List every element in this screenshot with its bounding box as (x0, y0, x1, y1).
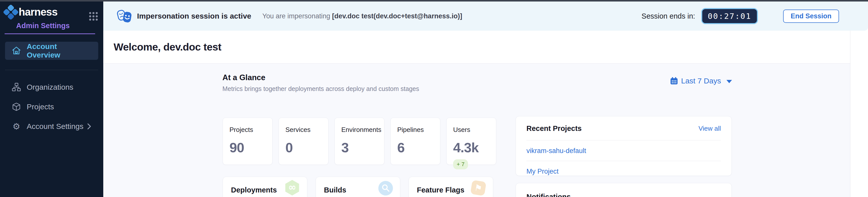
end-session-button[interactable]: End Session (783, 9, 839, 23)
view-all-link[interactable]: View all (699, 125, 721, 132)
metric-value: 90 (229, 140, 266, 155)
banner-subtitle-prefix: You are impersonating (262, 12, 330, 20)
session-timer: 00:27:01 (701, 8, 758, 24)
module-card-builds[interactable]: Builds (316, 176, 400, 197)
metric-card-services[interactable]: Services 0 (279, 118, 329, 165)
metric-card-users[interactable]: Users 4.3k + 7 (446, 118, 496, 165)
sidebar-item-label: Organizations (27, 83, 73, 91)
organizations-icon (11, 82, 21, 92)
harness-logo-text: harness (19, 5, 57, 18)
screen: harness Admin Settings Account Overview (0, 0, 868, 197)
home-icon (11, 46, 21, 55)
module-card-feature-flags[interactable]: Feature Flags ⚑ (408, 176, 493, 197)
metric-value: 4.3k (453, 140, 489, 155)
right-gutter (850, 31, 868, 197)
sidebar-item-account-settings[interactable]: ⚙ Account Settings (5, 119, 98, 134)
page-header: Welcome, dev.doc test (103, 31, 850, 64)
sidebar-divider (5, 70, 98, 70)
at-a-glance-header: At a Glance Metrics brings together depl… (222, 73, 419, 92)
sidebar-nav: Account Overview Organizations (0, 42, 103, 134)
metric-label: Pipelines (397, 126, 434, 134)
page-title: Welcome, dev.doc test (114, 41, 221, 53)
sidebar-item-label: Account Overview (27, 42, 92, 59)
date-range-label: Last 7 Days (681, 77, 721, 85)
gear-icon: ⚙ (11, 122, 21, 131)
banner-subtitle: You are impersonating [dev.doc test(dev.… (262, 12, 462, 20)
chevron-right-icon (87, 123, 92, 130)
module-card-deployments[interactable]: Deployments ∞ (223, 176, 307, 197)
sidebar-item-label: Projects (27, 103, 54, 111)
date-range-selector[interactable]: Last 7 Days (670, 77, 732, 85)
modules-row: Deployments ∞ Builds Feature Flags ⚑ (223, 176, 493, 197)
sidebar-item-account-overview[interactable]: Account Overview (5, 42, 98, 60)
admin-settings-underline (4, 33, 95, 34)
metrics-row: Projects 90 Services 0 Environments 3 Pi… (223, 118, 496, 165)
admin-settings-label: Admin Settings (16, 22, 103, 30)
calendar-icon (670, 77, 678, 85)
impersonated-user: [dev.doc test(dev.doc+test@harness.io)] (332, 12, 462, 20)
notifications-title: Notifications (526, 193, 721, 197)
recent-project-link[interactable]: vikram-sahu-default (526, 141, 721, 161)
users-delta-badge: + 7 (453, 159, 468, 169)
metric-label: Users (453, 126, 489, 134)
session-ends-label: Session ends in: (642, 12, 695, 21)
harness-logo-icon (2, 4, 19, 21)
caret-down-icon (726, 80, 732, 83)
projects-icon (11, 102, 21, 112)
metric-label: Projects (229, 126, 266, 134)
recent-project-link[interactable]: My Project (526, 161, 721, 182)
sidebar: harness Admin Settings Account Overview (0, 1, 103, 197)
metric-label: Environments (341, 126, 378, 134)
sidebar-item-projects[interactable]: Projects (5, 99, 98, 114)
recent-projects-panel: Recent Projects View all vikram-sahu-def… (516, 116, 732, 176)
sidebar-item-organizations[interactable]: Organizations (5, 80, 98, 95)
at-a-glance-subtitle: Metrics brings together deployments acro… (222, 85, 419, 92)
sidebar-logo-row: harness (0, 1, 103, 21)
metric-card-projects[interactable]: Projects 90 (223, 118, 273, 165)
main-content: At a Glance Metrics brings together depl… (103, 64, 850, 197)
masks-icon (116, 9, 133, 23)
at-a-glance-title: At a Glance (222, 73, 419, 82)
metric-card-environments[interactable]: Environments 3 (335, 118, 384, 165)
feature-flag-icon: ⚑ (470, 180, 486, 196)
sidebar-item-label: Account Settings (27, 122, 83, 131)
module-grid-icon[interactable] (89, 12, 98, 21)
recent-projects-title: Recent Projects (526, 124, 582, 133)
impersonation-banner: Impersonation session is active You are … (103, 1, 868, 31)
metric-label: Services (285, 126, 322, 134)
notifications-panel: Notifications (516, 183, 732, 197)
banner-title: Impersonation session is active (137, 12, 251, 21)
builds-magnifier-icon (378, 181, 393, 196)
metric-value: 0 (285, 140, 322, 155)
metric-value: 3 (341, 140, 378, 155)
metric-card-pipelines[interactable]: Pipelines 6 (391, 118, 440, 165)
metric-value: 6 (397, 140, 434, 155)
